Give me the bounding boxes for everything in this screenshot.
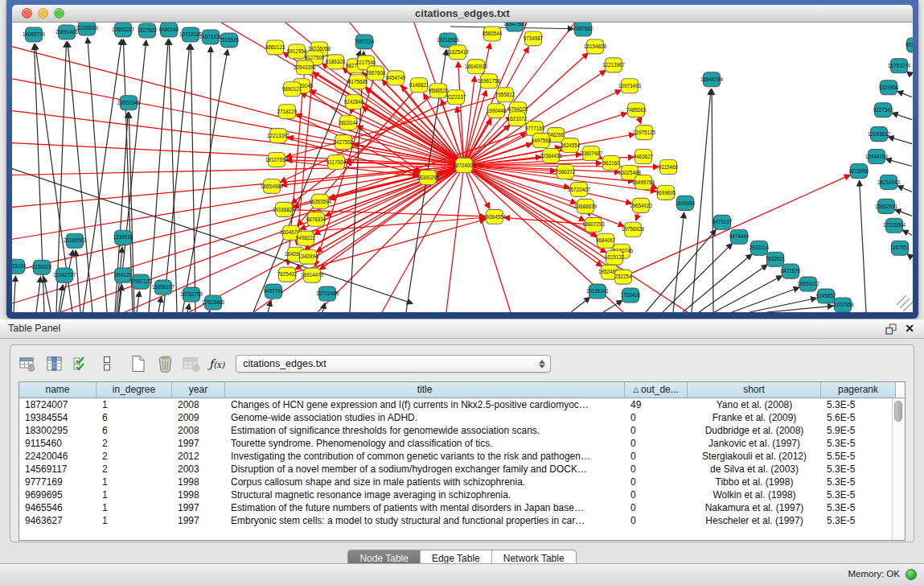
graph-node[interactable]: 18807293 bbox=[582, 217, 605, 232]
table-row[interactable]: 946362711997Embryonic stem cells: a mode… bbox=[19, 514, 905, 527]
graph-node[interactable]: 9457791 bbox=[264, 284, 284, 299]
graph-node[interactable]: 12975125 bbox=[633, 126, 655, 140]
graph-node[interactable]: 10543392 bbox=[294, 60, 316, 75]
graph-node[interactable]: 8471676 bbox=[781, 264, 801, 278]
table-scrollbar[interactable] bbox=[892, 398, 905, 540]
graph-node[interactable]: 20364436 bbox=[540, 149, 562, 163]
graph-node[interactable]: 8878334 bbox=[306, 212, 326, 226]
graph-node[interactable]: 252254 bbox=[615, 270, 632, 284]
graph-node[interactable]: 10688639 bbox=[574, 199, 597, 213]
graph-node[interactable]: 1621072 bbox=[507, 112, 528, 126]
graph-node[interactable]: 11026539 bbox=[76, 23, 98, 35]
column-header-pagerank[interactable]: pagerank bbox=[821, 382, 896, 398]
network-graph-canvas[interactable]: 1872400714055724206914061102653910653287… bbox=[12, 23, 913, 312]
select-rows-icon[interactable] bbox=[72, 355, 89, 373]
graph-node[interactable]: 12213967 bbox=[602, 58, 625, 72]
column-header-short[interactable]: short bbox=[688, 382, 821, 398]
graph-node[interactable]: 19384554 bbox=[483, 209, 506, 224]
graph-node[interactable]: 20053346 bbox=[117, 96, 140, 110]
graph-node[interactable]: 19495768 bbox=[632, 175, 655, 189]
graph-node[interactable]: 12093832 bbox=[868, 127, 890, 142]
graph-node[interactable]: 18107554 bbox=[265, 153, 288, 167]
graph-node[interactable]: 12213392 bbox=[267, 129, 290, 143]
graph-node[interactable]: 9146821 bbox=[409, 78, 429, 93]
graph-node[interactable]: 9227343 bbox=[873, 103, 893, 117]
graph-node[interactable]: 1167551 bbox=[890, 241, 910, 255]
graph-node[interactable]: 962160 bbox=[603, 156, 620, 171]
network-window-titlebar[interactable]: citations_edges.txt bbox=[12, 5, 913, 23]
graph-node[interactable]: 9734987 bbox=[524, 31, 544, 46]
graph-node[interactable]: 17957223 bbox=[129, 274, 152, 289]
table-row[interactable]: 977716911998Corpus callosum shape and si… bbox=[19, 476, 905, 488]
graph-node[interactable]: 2803144 bbox=[339, 116, 359, 130]
delete-table-icon[interactable] bbox=[156, 355, 174, 373]
graph-node[interactable]: 3624554 bbox=[561, 138, 581, 153]
column-header-year[interactable]: year bbox=[172, 382, 225, 398]
table-row[interactable]: 1456911722003Disruption of a novel membe… bbox=[19, 463, 905, 476]
graph-node[interactable]: 9638321 bbox=[906, 38, 913, 52]
graph-node[interactable]: 16961758 bbox=[478, 74, 500, 89]
graph-node[interactable]: 15692931 bbox=[875, 199, 897, 213]
graph-node[interactable]: 2156828 bbox=[32, 260, 52, 274]
scrollbar-thumb[interactable] bbox=[894, 401, 902, 422]
graph-node[interactable]: 1340994 bbox=[298, 249, 318, 264]
graph-node[interactable]: 19654923 bbox=[630, 198, 652, 212]
graph-node[interactable]: 8186328 bbox=[326, 55, 346, 69]
graph-node[interactable]: 17016504 bbox=[883, 218, 906, 233]
graph-node[interactable]: 1615132 bbox=[605, 250, 625, 265]
graph-node[interactable]: 3915124 bbox=[12, 259, 27, 274]
table-selector-dropdown[interactable]: citations_edges.txt bbox=[236, 355, 551, 373]
graph-node[interactable]: 7632621 bbox=[766, 252, 786, 266]
graph-node[interactable]: 2867608 bbox=[366, 66, 386, 80]
graph-node[interactable]: 15751074 bbox=[888, 59, 910, 73]
graph-node[interactable]: 6466160 bbox=[159, 23, 179, 37]
graph-node[interactable]: 12923466 bbox=[202, 295, 224, 310]
column-header-out-de-[interactable]: △out_de... bbox=[625, 382, 688, 398]
graph-node[interactable]: 19756928 bbox=[622, 222, 644, 237]
graph-node[interactable]: 20691406 bbox=[55, 25, 78, 39]
float-window-icon[interactable] bbox=[885, 323, 897, 335]
graph-node[interactable]: 1527602 bbox=[138, 23, 158, 38]
graph-node[interactable]: 7485063 bbox=[626, 103, 647, 117]
graph-node[interactable]: 6479197 bbox=[713, 215, 733, 229]
graph-node[interactable]: 2718129 bbox=[277, 105, 298, 119]
show-column-icon[interactable] bbox=[45, 355, 63, 373]
graph-node[interactable]: 9117004 bbox=[326, 155, 347, 170]
graph-node[interactable]: 8454749 bbox=[386, 71, 406, 85]
graph-node[interactable]: 1990448 bbox=[487, 104, 507, 118]
graph-node[interactable]: 7986372 bbox=[556, 165, 576, 179]
table-row[interactable]: 1830029562008Estimation of significance … bbox=[19, 424, 905, 437]
graph-node[interactable]: 12342727 bbox=[53, 268, 76, 282]
graph-node[interactable]: 9699695 bbox=[656, 185, 676, 200]
graph-node[interactable]: 6497568 bbox=[532, 134, 552, 148]
graph-node[interactable]: 16958107 bbox=[152, 280, 175, 295]
graph-node[interactable]: 10654112 bbox=[797, 277, 819, 291]
graph-node[interactable]: 16782759 bbox=[180, 287, 203, 302]
graph-node[interactable]: 9242848 bbox=[344, 95, 364, 109]
column-header-title[interactable]: title bbox=[225, 382, 625, 398]
graph-node[interactable]: 1239938 bbox=[113, 230, 133, 245]
graph-node[interactable]: 7515526 bbox=[220, 33, 240, 47]
graph-node[interactable]: 10653287 bbox=[112, 23, 134, 37]
table-row[interactable]: 2242004622012Investigating the contribut… bbox=[19, 450, 905, 463]
graph-node[interactable]: 15720407 bbox=[568, 182, 590, 196]
graph-node[interactable]: 12444154 bbox=[865, 150, 888, 164]
graph-node[interactable]: 11037858 bbox=[832, 298, 854, 312]
graph-node[interactable]: 20160503 bbox=[64, 233, 86, 248]
graph-node[interactable]: 8580544 bbox=[483, 27, 503, 41]
table-row[interactable]: 1938455462009Genome-wide association stu… bbox=[19, 411, 905, 424]
graph-node[interactable]: 9498222 bbox=[296, 231, 316, 245]
graph-node[interactable]: 8427552 bbox=[334, 135, 354, 150]
graph-node[interactable]: 2087682 bbox=[573, 23, 593, 36]
graph-node[interactable]: 16914479 bbox=[301, 268, 323, 282]
graph-node[interactable]: 9329966 bbox=[879, 80, 899, 95]
graph-node[interactable]: 9890121 bbox=[282, 82, 302, 97]
graph-node[interactable]: 9860123 bbox=[265, 40, 285, 55]
graph-node[interactable]: 10973493 bbox=[618, 79, 641, 93]
graph-node[interactable]: 1733426 bbox=[621, 288, 641, 303]
graph-node[interactable]: 18640910 bbox=[465, 60, 487, 74]
column-header-in-degree[interactable]: in_degree bbox=[97, 382, 172, 398]
graph-node[interactable]: 19166827 bbox=[273, 202, 295, 216]
graph-node[interactable]: 16154808 bbox=[584, 39, 606, 54]
table-row[interactable]: 946554611997Estimation of the future num… bbox=[19, 501, 905, 514]
